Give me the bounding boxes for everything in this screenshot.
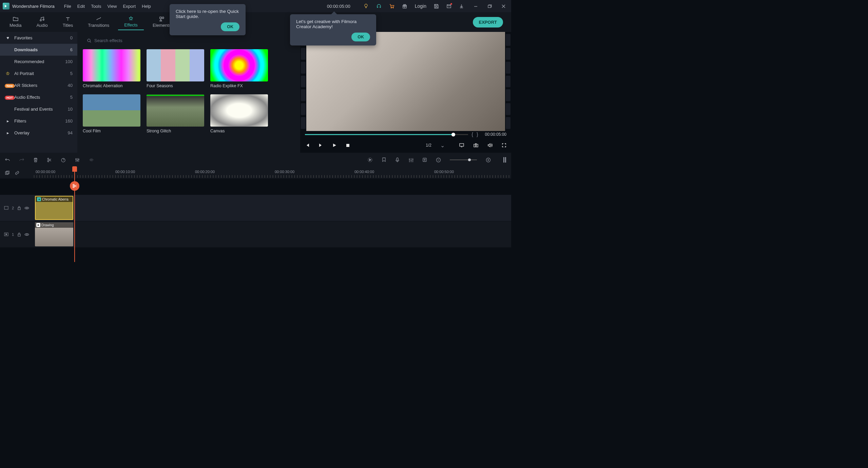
timeline-ruler[interactable]: 00:00:00:00 00:00:10:00 00:00:20:00 00:0… <box>34 167 511 179</box>
display-icon[interactable] <box>459 143 464 148</box>
sidebar-item-audio-effects[interactable]: HOTAudio Effects5 <box>0 91 77 103</box>
track-type-icon <box>4 232 8 236</box>
effect-card[interactable]: Cool Film <box>83 94 140 133</box>
popup-ok-button[interactable]: OK <box>221 22 239 31</box>
effect-label: Cool Film <box>83 129 140 133</box>
zoom-in-icon[interactable] <box>486 157 491 163</box>
effect-card[interactable]: Strong Glitch <box>147 94 204 133</box>
playhead[interactable] <box>74 167 75 262</box>
svg-point-26 <box>61 158 65 162</box>
menu-edit[interactable]: Edit <box>77 4 85 9</box>
prev-frame-icon[interactable] <box>305 143 310 148</box>
login-link[interactable]: Login <box>415 3 426 9</box>
zoom-out-icon[interactable] <box>436 157 441 163</box>
preview-timecode: 00:00:05:00 <box>485 132 506 137</box>
sidebar-item-filters[interactable]: ▸Filters160 <box>0 115 77 127</box>
menu-help[interactable]: Help <box>142 4 151 9</box>
tab-effects[interactable]: Effects <box>118 14 144 30</box>
split-icon[interactable] <box>47 157 52 163</box>
effect-track[interactable]: 2 ★Chromatic Aberra <box>0 195 511 221</box>
svg-rect-34 <box>5 172 8 174</box>
gift-icon[interactable] <box>402 3 407 9</box>
sidebar-item-ai-portrait[interactable]: ♔AI Portrait5 <box>0 68 77 79</box>
adjust-icon[interactable] <box>75 157 80 163</box>
text-icon <box>65 16 71 22</box>
scissors-icon[interactable] <box>70 181 79 191</box>
export-button[interactable]: EXPORT <box>473 17 503 27</box>
zoom-slider[interactable] <box>450 160 477 160</box>
audio-mixer-icon[interactable] <box>408 157 413 163</box>
add-track-icon[interactable] <box>5 170 10 175</box>
sidebar-item-overlay[interactable]: ▸Overlay94 <box>0 127 77 139</box>
effect-label: Canvas <box>210 129 268 133</box>
lock-icon[interactable] <box>17 206 21 210</box>
close-icon[interactable] <box>501 4 506 8</box>
sidebar-item-downloads[interactable]: Downloads6 <box>0 44 77 56</box>
undo-icon[interactable] <box>5 157 10 162</box>
voiceover-icon[interactable] <box>395 157 400 163</box>
effect-card[interactable]: Canvas <box>210 94 268 133</box>
effect-card[interactable]: Radio Explike FX <box>210 49 268 88</box>
minimize-icon[interactable] <box>474 4 478 8</box>
svg-rect-5 <box>488 5 491 7</box>
message-icon[interactable] <box>446 4 451 9</box>
tips-icon[interactable] <box>363 3 369 9</box>
tab-media[interactable]: Media <box>3 14 27 30</box>
speed-icon[interactable] <box>61 157 66 163</box>
popup-ok-button[interactable]: OK <box>351 33 370 41</box>
menu-tools[interactable]: Tools <box>91 4 101 9</box>
audio-wavform-icon[interactable] <box>89 157 94 162</box>
maximize-icon[interactable] <box>487 4 492 8</box>
support-icon[interactable] <box>376 3 382 9</box>
delete-icon[interactable] <box>33 157 38 163</box>
preview-video[interactable] <box>300 32 511 131</box>
menu-view[interactable]: View <box>107 4 117 9</box>
cart-icon[interactable] <box>389 3 394 9</box>
effects-browser: Search effects Chromatic AberrationFour … <box>77 32 300 153</box>
marker-icon[interactable] <box>382 157 386 163</box>
menu-bar: File Edit Tools View Export Help <box>64 4 151 9</box>
sidebar-item-recommended[interactable]: Recommended100 <box>0 56 77 68</box>
save-icon[interactable] <box>434 4 439 9</box>
effect-label: Four Seasons <box>147 83 204 88</box>
volume-icon[interactable] <box>487 143 493 148</box>
link-icon[interactable] <box>15 170 20 175</box>
effect-card[interactable]: Chromatic Aberration <box>83 49 140 88</box>
effect-clip[interactable]: ★Chromatic Aberra <box>35 196 73 220</box>
sidebar-item-favorites[interactable]: ♥Favorites0 <box>0 32 77 44</box>
zoom-fit-icon[interactable] <box>503 157 506 163</box>
video-clip[interactable]: ▶Drawing <box>35 222 73 246</box>
menu-file[interactable]: File <box>64 4 71 9</box>
preview-progress[interactable] <box>305 134 468 135</box>
tab-titles[interactable]: Titles <box>57 14 79 30</box>
visibility-icon[interactable] <box>24 206 29 210</box>
effect-card[interactable]: Four Seasons <box>147 49 204 88</box>
visibility-icon[interactable] <box>24 233 29 236</box>
menu-export[interactable]: Export <box>123 4 136 9</box>
lock-icon[interactable] <box>17 232 21 237</box>
redo-icon[interactable] <box>19 157 24 162</box>
play-icon[interactable] <box>332 143 337 148</box>
stop-icon[interactable] <box>346 143 350 148</box>
effect-thumbnail <box>83 94 140 127</box>
tab-transitions[interactable]: Transitions <box>82 14 115 30</box>
effect-label: Radio Explike FX <box>210 83 268 88</box>
play-badge-icon: ▶ <box>36 223 40 227</box>
main-tabs: Media Audio Titles Transitions Effects E… <box>0 12 511 32</box>
next-frame-icon[interactable] <box>319 143 323 148</box>
ratio-dropdown-icon[interactable]: ⌄ <box>440 142 445 149</box>
effect-thumbnail <box>147 94 204 127</box>
sidebar-item-festival[interactable]: Festival and Events10 <box>0 103 77 115</box>
sidebar-item-ar-stickers[interactable]: NewAR Stickers40 <box>0 79 77 91</box>
folder-icon <box>13 16 19 22</box>
snapshot-icon[interactable] <box>473 143 479 148</box>
render-icon[interactable] <box>367 157 373 163</box>
fullscreen-icon[interactable] <box>502 143 506 148</box>
search-icon <box>87 38 92 43</box>
keyframe-icon[interactable] <box>422 157 427 162</box>
search-input[interactable]: Search effects <box>83 36 286 45</box>
download-icon[interactable] <box>459 4 464 9</box>
mark-in-out-icon[interactable]: {} <box>471 132 481 137</box>
tab-audio[interactable]: Audio <box>30 14 54 30</box>
video-track[interactable]: 1 ▶Drawing <box>0 221 511 248</box>
